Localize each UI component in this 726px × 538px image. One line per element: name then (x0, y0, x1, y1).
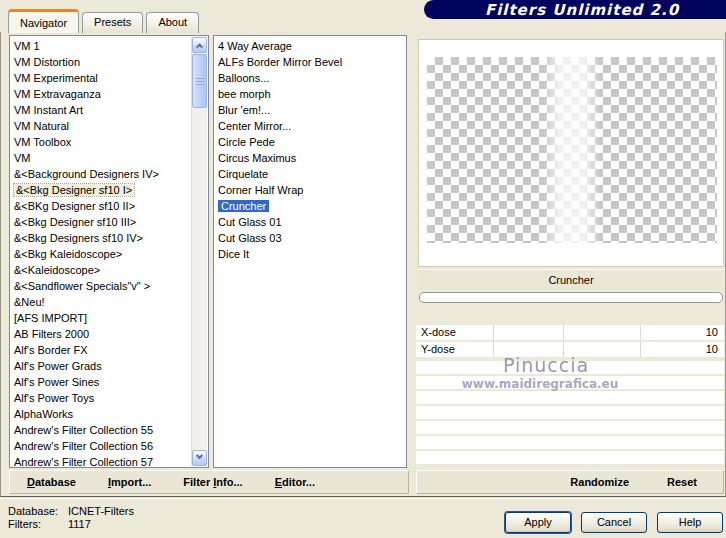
editor-button[interactable]: Editor... (275, 476, 315, 488)
filter-item[interactable]: Circus Maximus (214, 150, 406, 166)
slider-label: Y-dose (421, 342, 455, 357)
status-filters-value: 1117 (68, 518, 134, 530)
parameter-panel: X-dose 10 Y-dose 10 (416, 325, 724, 466)
category-list[interactable]: VM 1 VM Distortion VM Experimental VM Ex… (9, 35, 209, 468)
category-item[interactable]: Alf's Power Grads (10, 358, 208, 374)
apply-button[interactable]: Apply (505, 512, 571, 533)
category-item[interactable]: &<Sandflower Specials"v" > (10, 278, 208, 294)
scroll-down-button[interactable] (192, 450, 207, 466)
category-item[interactable]: AlphaWorks (10, 406, 208, 422)
category-item[interactable]: Andrew's Filter Collection 55 (10, 422, 208, 438)
status-database-value: ICNET-Filters (68, 505, 134, 517)
parameter-row-empty (416, 376, 724, 389)
filter-item[interactable]: bee morph (214, 86, 406, 102)
category-item[interactable]: [AFS IMPORT] (10, 310, 208, 326)
category-item[interactable]: AB Filters 2000 (10, 326, 208, 342)
selected-filter-bar: Cruncher (418, 269, 724, 290)
category-item[interactable]: Alf's Power Toys (10, 390, 208, 406)
preview-area (418, 39, 724, 267)
filter-item[interactable]: Corner Half Wrap (214, 182, 406, 198)
filter-item[interactable]: Cut Glass 03 (214, 230, 406, 246)
help-button[interactable]: Help (657, 512, 723, 533)
category-item[interactable]: &<Kaleidoscope> (10, 262, 208, 278)
app-title: Filters Unlimited 2.0 (471, 1, 679, 19)
slider-x-dose[interactable]: X-dose 10 (416, 325, 724, 340)
filter-item[interactable]: Center Mirror... (214, 118, 406, 134)
slider-label: X-dose (421, 325, 456, 340)
parameter-row-empty (416, 361, 724, 374)
import-button[interactable]: Import... (108, 476, 151, 488)
category-item[interactable]: &<Bkg Designer sf10 III> (10, 214, 208, 230)
tab-presets[interactable]: Presets (82, 12, 143, 33)
chevron-down-icon (196, 452, 203, 459)
category-item[interactable]: &<Background Designers IV> (10, 166, 208, 182)
transparency-checkerboard (427, 57, 717, 243)
filter-item-selected[interactable]: Cruncher (214, 198, 406, 214)
parameter-row-empty (416, 436, 724, 449)
filter-item[interactable]: ALFs Border Mirror Bevel (214, 54, 406, 70)
category-item[interactable]: VM Extravaganza (10, 86, 208, 102)
chevron-up-icon (196, 43, 203, 50)
database-button[interactable]: Database (27, 476, 76, 488)
category-item[interactable]: VM Natural (10, 118, 208, 134)
category-item[interactable]: VM Experimental (10, 70, 208, 86)
toolbar-left: Database Import... Filter Info... Editor… (9, 470, 409, 494)
category-item[interactable]: &<BKg Designer sf10 II> (10, 198, 208, 214)
filter-item[interactable]: 4 Way Average (214, 38, 406, 54)
category-item[interactable]: Alf's Power Sines (10, 374, 208, 390)
progress-bar (419, 292, 723, 303)
toolbar-right: Randomize Reset (416, 470, 724, 494)
thumb-grip-icon (196, 78, 204, 85)
filter-list[interactable]: 4 Way Average ALFs Border Mirror Bevel B… (213, 35, 407, 468)
category-item[interactable]: Andrew's Filter Collection 56 (10, 438, 208, 454)
parameter-row-empty (416, 391, 724, 404)
category-item[interactable]: &Neu! (10, 294, 208, 310)
filter-item[interactable]: Cut Glass 01 (214, 214, 406, 230)
filter-item[interactable]: Balloons... (214, 70, 406, 86)
scroll-up-button[interactable] (192, 37, 207, 53)
category-item[interactable]: &<Bkg Kaleidoscope> (10, 246, 208, 262)
tab-navigator-label: Navigator (20, 17, 67, 29)
navigator-page: VM 1 VM Distortion VM Experimental VM Ex… (0, 32, 726, 497)
reset-button[interactable]: Reset (667, 476, 697, 488)
filter-item[interactable]: Circle Pede (214, 134, 406, 150)
cancel-button[interactable]: Cancel (581, 512, 647, 533)
tab-presets-label: Presets (94, 16, 131, 28)
category-scrollbar[interactable] (191, 37, 207, 466)
parameter-row-empty (416, 421, 724, 434)
scroll-thumb[interactable] (192, 54, 207, 108)
category-item-selected[interactable]: &<Bkg Designer sf10 I> (10, 182, 208, 198)
tab-about[interactable]: About (146, 12, 199, 33)
status-info: Database: ICNET-Filters Filters: 1117 (8, 505, 134, 530)
title-pill: Filters Unlimited 2.0 (424, 0, 726, 19)
parameter-row-empty (416, 406, 724, 419)
category-item[interactable]: VM 1 (10, 38, 208, 54)
slider-y-dose[interactable]: Y-dose 10 (416, 342, 724, 357)
category-item[interactable]: VM (10, 150, 208, 166)
filter-item[interactable]: Dice It (214, 246, 406, 262)
category-item[interactable]: &<Bkg Designers sf10 IV> (10, 230, 208, 246)
tab-strip: Navigator Presets About (8, 9, 202, 33)
filter-item[interactable]: Cirquelate (214, 166, 406, 182)
selected-filter-name: Cruncher (548, 274, 593, 286)
category-item[interactable]: VM Instant Art (10, 102, 208, 118)
slider-value: 10 (706, 325, 718, 340)
category-item[interactable]: Alf's Border FX (10, 342, 208, 358)
slider-value: 10 (706, 342, 718, 357)
randomize-button[interactable]: Randomize (570, 476, 629, 488)
category-item[interactable]: VM Distortion (10, 54, 208, 70)
category-item[interactable]: VM Toolbox (10, 134, 208, 150)
tab-about-label: About (158, 16, 187, 28)
category-item[interactable]: Andrew's Filter Collection 57 (10, 454, 208, 468)
status-database-label: Database: (8, 505, 68, 517)
filter-info-button[interactable]: Filter Info... (183, 476, 242, 488)
tab-navigator[interactable]: Navigator (8, 9, 79, 33)
filter-item[interactable]: Blur 'em!... (214, 102, 406, 118)
parameter-row-empty (416, 451, 724, 464)
status-filters-label: Filters: (8, 518, 68, 530)
